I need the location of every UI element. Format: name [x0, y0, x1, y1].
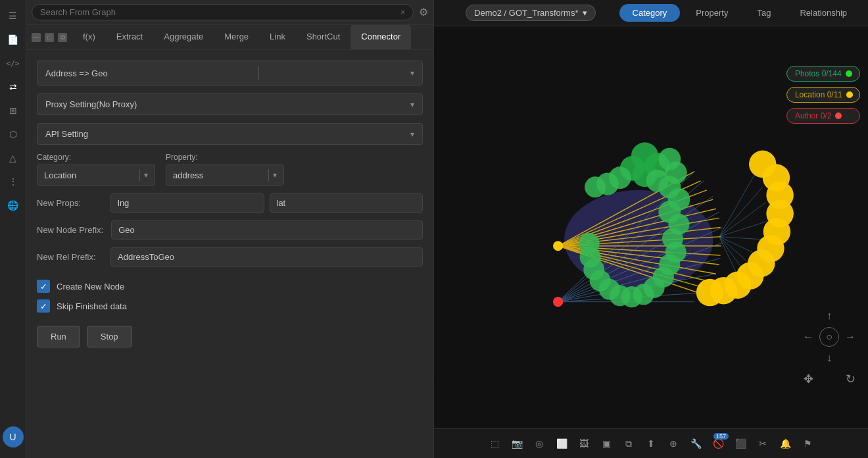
nav-right-button[interactable]: → — [840, 327, 860, 347]
nav-rotate-button[interactable]: ↻ — [840, 369, 860, 389]
legend-photos-dot — [846, 70, 852, 77]
export-icon[interactable]: ⬆ — [640, 433, 662, 454]
func-tabs: f(x) Extract Aggregate Merge Link ShortC… — [72, 25, 433, 49]
filter-badge-icon[interactable]: 🚫 157 — [708, 433, 729, 454]
legend-panel: Photos 0/144 Location 0/11 Author 0/2 — [786, 66, 860, 124]
tab-fx[interactable]: f(x) — [72, 25, 106, 49]
new-props-input-lng[interactable] — [110, 193, 264, 213]
category-sep — [139, 169, 140, 181]
legend-location[interactable]: Location 0/11 — [786, 87, 860, 103]
center-node-left — [553, 241, 563, 251]
target-icon[interactable]: ◎ — [529, 433, 550, 454]
search-gear-icon[interactable]: ⚙ — [419, 6, 428, 18]
search-clear-icon[interactable]: × — [400, 8, 405, 17]
sidebar: ☰ 📄 </> ⇄ ⊞ ⬡ △ ⋮ 🌐 U — [0, 0, 26, 458]
image-icon[interactable]: 🖼 — [573, 433, 594, 454]
legend-location-label: Location 0/11 — [795, 90, 842, 99]
alarm-icon[interactable]: 🔔 — [775, 433, 796, 454]
globe-icon[interactable]: 🌐 — [3, 195, 24, 216]
tab-merge[interactable]: Merge — [214, 25, 259, 49]
new-rel-prefix-label: New Rel Prefix: — [37, 252, 103, 262]
new-node-prefix-input[interactable] — [111, 220, 423, 240]
category-arrow: ▾ — [144, 170, 148, 180]
tab-link[interactable]: Link — [259, 25, 296, 49]
hierarchy-icon[interactable]: ⋮ — [3, 171, 24, 192]
connect-icon[interactable]: ⊕ — [663, 433, 684, 454]
tab-bar: — □ ⧉ f(x) Extract Aggregate Merge Link … — [26, 25, 433, 50]
restore-button[interactable]: ⧉ — [58, 33, 67, 42]
search-bar: × ⚙ — [26, 0, 433, 25]
tab-extract[interactable]: Extract — [106, 25, 153, 49]
left-panel: × ⚙ — □ ⧉ f(x) Extract Aggregate Merge L… — [26, 0, 434, 458]
breadcrumb-text: Demo2 / GOT_Transforms* — [474, 8, 578, 18]
legend-author[interactable]: Author 0/2 — [786, 108, 860, 124]
nav-up-button[interactable]: ↑ — [819, 306, 839, 326]
category-label: Category: — [37, 153, 155, 162]
transform-icon[interactable]: ⧉ — [618, 433, 639, 454]
proxy-dropdown[interactable]: Proxy Setting(No Proxy) ▾ — [37, 93, 423, 115]
code-icon[interactable]: </> — [3, 53, 24, 74]
scissors-icon[interactable]: ✂ — [752, 433, 773, 454]
tab-aggregate[interactable]: Aggregate — [153, 25, 214, 49]
stop-button[interactable]: Stop — [87, 326, 132, 347]
address-dropdown[interactable]: Address => Geo ▾ — [37, 61, 423, 86]
menu-icon[interactable]: ☰ — [3, 5, 24, 26]
camera-icon[interactable]: 📷 — [506, 433, 527, 454]
new-rel-prefix-input[interactable] — [110, 247, 423, 267]
graph-canvas[interactable]: Photos 0/144 Location 0/11 Author 0/2 — [434, 26, 868, 428]
svg-point-39 — [585, 176, 606, 197]
legend-photos[interactable]: Photos 0/144 — [786, 66, 860, 82]
user-avatar[interactable]: U — [3, 426, 24, 447]
tab-connector[interactable]: Connector — [350, 25, 411, 49]
main-panel: × ⚙ — □ ⧉ f(x) Extract Aggregate Merge L… — [26, 0, 868, 458]
share-icon[interactable]: ⬛ — [730, 433, 751, 454]
transfer-icon[interactable]: ⇄ — [3, 76, 24, 97]
new-props-label: New Props: — [37, 198, 103, 208]
search-input[interactable] — [40, 7, 395, 17]
search-wrapper: × — [32, 4, 414, 20]
nav-move-button[interactable]: ✥ — [798, 369, 818, 389]
filter-badge: 157 — [713, 433, 729, 440]
filter-icon: 🚫 — [713, 438, 724, 449]
layout-icon[interactable]: ▣ — [596, 433, 617, 454]
tab-property[interactable]: Property — [683, 4, 741, 22]
create-new-node-row: ✓ Create New Node — [37, 280, 423, 293]
select-rect-icon[interactable]: ⬚ — [484, 433, 505, 454]
right-panel: Demo2 / GOT_Transforms* ▾ Category Prope… — [434, 0, 868, 458]
nav-controls: ↑ ← ○ → ↓ ✥ ↻ — [798, 306, 860, 389]
create-new-node-checkbox[interactable]: ✓ — [37, 280, 50, 293]
proxy-dropdown-arrow: ▾ — [410, 100, 414, 109]
maximize-button[interactable]: □ — [45, 33, 54, 42]
skip-finished-checkbox[interactable]: ✓ — [37, 299, 50, 313]
api-dropdown-text: API Setting — [45, 129, 88, 139]
tab-category[interactable]: Category — [619, 4, 681, 22]
document-icon[interactable]: 📄 — [3, 29, 24, 50]
run-button[interactable]: Run — [37, 326, 80, 347]
tab-tag[interactable]: Tag — [744, 4, 784, 22]
nav-center-button[interactable]: ○ — [819, 327, 839, 347]
expand-icon[interactable]: ⬜ — [551, 433, 572, 454]
filter-icon[interactable]: △ — [3, 147, 24, 168]
new-node-prefix-label: New Node Prefix: — [37, 225, 103, 235]
breadcrumb[interactable]: Demo2 / GOT_Transforms* ▾ — [466, 5, 595, 21]
nav-left-button[interactable]: ← — [798, 327, 818, 347]
nav-down-button[interactable]: ↓ — [819, 348, 839, 368]
create-new-node-label: Create New Node — [57, 282, 124, 292]
address-dropdown-sep — [258, 66, 259, 80]
property-dropdown[interactable]: address ▾ — [166, 165, 284, 186]
address-dropdown-arrow: ▾ — [410, 68, 414, 78]
flag-icon[interactable]: ⚑ — [797, 433, 818, 454]
tool-icon[interactable]: 🔧 — [685, 433, 706, 454]
red-node — [553, 297, 563, 307]
category-dropdown[interactable]: Location ▾ — [37, 165, 155, 186]
new-rel-prefix-row: New Rel Prefix: — [37, 247, 423, 267]
new-props-input-lat[interactable] — [270, 193, 423, 213]
network-icon[interactable]: ⬡ — [3, 124, 24, 145]
minimize-button[interactable]: — — [32, 33, 41, 42]
tab-shortcut[interactable]: ShortCut — [296, 25, 350, 49]
tab-relationship[interactable]: Relationship — [786, 4, 860, 22]
category-group: Category: Location ▾ — [37, 153, 155, 186]
api-dropdown-arrow: ▾ — [410, 130, 414, 139]
table-icon[interactable]: ⊞ — [3, 100, 24, 121]
api-dropdown[interactable]: API Setting ▾ — [37, 123, 423, 145]
